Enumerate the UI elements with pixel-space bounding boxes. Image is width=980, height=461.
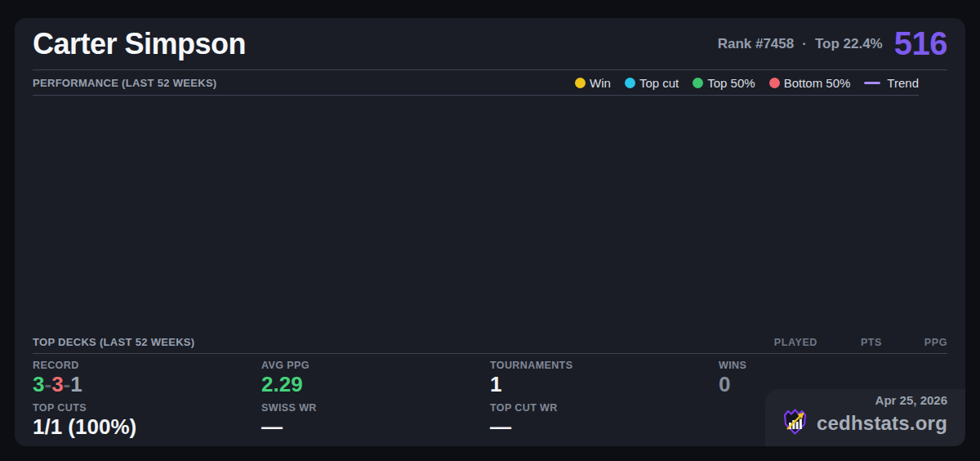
- top-cuts-value: 1/1 (100%): [33, 414, 261, 439]
- column-header-played: PLAYED: [752, 337, 817, 348]
- stat-label: AVG PPG: [261, 360, 490, 371]
- rank-score-group: Rank #7458 · Top 22.4% 516: [718, 25, 947, 62]
- cedhstats-shield-logo-icon: [780, 408, 809, 439]
- record-part: 3: [51, 372, 63, 396]
- card-date: Apr 25, 2026: [780, 393, 947, 407]
- stat-top-cuts: TOP CUTS 1/1 (100%): [33, 402, 261, 439]
- stat-label: TOP CUT WR: [490, 402, 719, 414]
- watermark-chip: Apr 25, 2026 cedhstats.org: [765, 389, 965, 446]
- legend-label: Top cut: [639, 76, 679, 90]
- top-percent-label: Top 22.4%: [815, 36, 883, 52]
- legend-item-top-50-: Top 50%: [693, 76, 755, 90]
- stat-record: RECORD 3-3-1: [33, 360, 261, 402]
- rank-summary: Rank #7458 · Top 22.4%: [718, 36, 883, 52]
- legend-dot-icon: [693, 78, 703, 88]
- card-header: Carter Simpson Rank #7458 · Top 22.4% 51…: [33, 18, 947, 70]
- legend-dot-icon: [575, 78, 586, 88]
- rank-label: Rank #7458: [718, 36, 795, 52]
- stat-label: TOP CUTS: [33, 402, 261, 414]
- legend-dot-icon: [625, 78, 635, 88]
- top-cut-wr-value: —: [490, 414, 719, 439]
- performance-chart-area: [33, 96, 947, 331]
- tournaments-value: 1: [490, 372, 719, 396]
- stat-swiss-wr: SWISS WR —: [261, 402, 490, 439]
- performance-header-row: PERFORMANCE (LAST 52 WEEKS) WinTop cutTo…: [33, 70, 919, 96]
- column-header-ppg: PPG: [882, 337, 947, 348]
- stat-label: TOURNAMENTS: [490, 360, 719, 371]
- legend-dot-icon: [769, 78, 780, 88]
- legend-label: Bottom 50%: [784, 76, 851, 90]
- player-stats-card: Carter Simpson Rank #7458 · Top 22.4% 51…: [15, 18, 965, 446]
- stat-tournaments: TOURNAMENTS 1: [490, 360, 719, 402]
- column-header-pts: PTS: [817, 337, 882, 348]
- stat-label: SWISS WR: [261, 402, 490, 414]
- record-part: -: [64, 372, 71, 396]
- record-part: 3: [33, 372, 44, 396]
- stat-top-cut-wr: TOP CUT WR —: [490, 402, 719, 439]
- chart-legend: WinTop cutTop 50%Bottom 50%Trend: [575, 76, 919, 90]
- record-part: -: [44, 372, 51, 396]
- legend-label: Top 50%: [707, 76, 755, 90]
- rank-separator-dot: ·: [802, 36, 807, 52]
- top-decks-columns: PLAYED PTS PPG: [752, 337, 947, 348]
- legend-item-win: Win: [575, 76, 611, 90]
- legend-item-trend: Trend: [864, 76, 919, 90]
- performance-section-title: PERFORMANCE (LAST 52 WEEKS): [33, 77, 217, 89]
- top-decks-section-title: TOP DECKS (LAST 52 WEEKS): [33, 336, 194, 348]
- stat-label: WINS: [719, 360, 947, 371]
- record-value: 3-3-1: [33, 372, 261, 396]
- legend-item-bottom-50-: Bottom 50%: [769, 76, 851, 90]
- avg-ppg-value: 2.29: [261, 372, 490, 396]
- stat-label: RECORD: [33, 360, 261, 371]
- brand-name: cedhstats.org: [817, 412, 947, 435]
- record-part: 1: [70, 372, 82, 396]
- swiss-wr-value: —: [261, 414, 490, 439]
- player-name: Carter Simpson: [33, 27, 246, 61]
- brand-row: cedhstats.org: [780, 408, 947, 439]
- legend-item-top-cut: Top cut: [625, 76, 679, 90]
- top-decks-header-row: TOP DECKS (LAST 52 WEEKS) PLAYED PTS PPG: [33, 331, 947, 354]
- trend-line-icon: [864, 82, 880, 84]
- legend-label: Trend: [887, 76, 919, 90]
- stat-avg-ppg: AVG PPG 2.29: [261, 360, 490, 402]
- legend-label: Win: [590, 76, 611, 90]
- player-score: 516: [894, 25, 947, 62]
